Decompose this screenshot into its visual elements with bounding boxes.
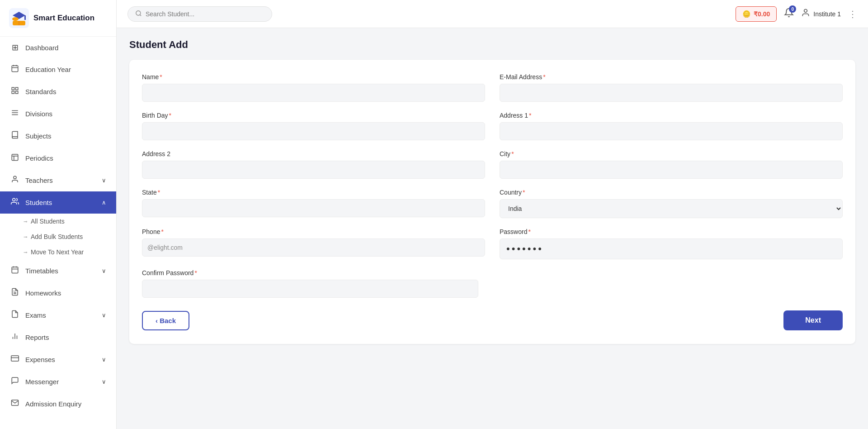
country-field-group: Country* India USA UK Australia Canada (500, 189, 843, 218)
confirm-password-input[interactable] (142, 280, 478, 298)
sidebar-item-homeworks[interactable]: Homeworks (0, 282, 116, 304)
address2-input[interactable] (142, 161, 485, 179)
name-label: Name* (142, 73, 485, 81)
content-area: Student Add Name* E-Mail Address* (117, 28, 868, 429)
sidebar-item-admission-enquiry[interactable]: Admission Enquiry (0, 393, 116, 415)
name-field-group: Name* (142, 73, 485, 102)
logo-area: Smart Education (0, 0, 116, 37)
svg-line-31 (140, 14, 141, 16)
svg-rect-14 (12, 154, 18, 161)
name-input[interactable] (142, 84, 485, 102)
messenger-icon (10, 377, 20, 387)
svg-point-18 (13, 198, 15, 201)
expenses-icon (10, 354, 20, 365)
search-box[interactable] (127, 6, 272, 22)
phone-label: Phone* (142, 228, 485, 235)
city-required: * (511, 150, 514, 157)
back-button[interactable]: ‹ Back (142, 311, 189, 330)
sidebar-item-timetables[interactable]: Timetables ∨ (0, 260, 116, 282)
password-required: * (528, 228, 530, 235)
city-label: City* (500, 150, 843, 157)
header: 🪙 ₹0.00 0 Institute 1 ⋮ (117, 0, 868, 28)
search-input[interactable] (146, 10, 254, 18)
wallet-button[interactable]: 🪙 ₹0.00 (736, 6, 777, 22)
address2-field-group: Address 2 (142, 150, 485, 179)
country-select[interactable]: India USA UK Australia Canada (500, 199, 843, 218)
phone-required: * (161, 228, 163, 235)
user-icon (801, 8, 810, 19)
admission-icon (10, 399, 20, 409)
dashboard-icon: ⊞ (10, 43, 20, 52)
sidebar-item-expenses[interactable]: Expenses ∨ (0, 348, 116, 371)
email-input[interactable] (500, 84, 843, 102)
confirm-password-required: * (194, 269, 197, 276)
state-field-group: State* (142, 189, 485, 218)
main-area: 🪙 ₹0.00 0 Institute 1 ⋮ Student Add (117, 0, 868, 429)
sidebar-item-exams[interactable]: Exams ∨ (0, 304, 116, 326)
notification-button[interactable]: 0 (784, 8, 794, 20)
sidebar-item-periodics-label: Periodics (25, 154, 53, 162)
phone-input-wrapper: @elight.com (142, 238, 485, 257)
svg-rect-13 (16, 91, 18, 94)
sidebar-item-expenses-label: Expenses (25, 356, 55, 363)
svg-point-3 (12, 17, 19, 21)
password-label: Password* (500, 228, 843, 235)
address1-input[interactable] (500, 122, 843, 140)
sidebar-item-teachers[interactable]: Teachers ∨ (0, 169, 116, 191)
sidebar-item-periodics[interactable]: Periodics (0, 147, 116, 169)
sidebar-item-students-label: Students (25, 199, 52, 206)
sidebar-subitem-add-bulk-students-label: Add Bulk Students (31, 233, 83, 240)
svg-point-32 (804, 10, 807, 13)
user-info[interactable]: Institute 1 (801, 8, 841, 19)
sidebar-item-subjects-label: Subjects (25, 132, 52, 140)
search-icon (135, 10, 142, 18)
wallet-icon: 🪙 (742, 10, 751, 18)
form-footer: ‹ Back Next (142, 310, 843, 330)
expenses-chevron-icon: ∨ (102, 356, 106, 363)
standards-icon (10, 86, 20, 97)
sidebar-item-messenger[interactable]: Messenger ∨ (0, 371, 116, 393)
sidebar-item-standards-label: Standards (25, 88, 56, 95)
sidebar-subitem-all-students[interactable]: ⊸ All Students (0, 214, 116, 229)
email-label: E-Mail Address* (500, 73, 843, 81)
sidebar-item-standards[interactable]: Standards (0, 81, 116, 103)
state-label: State* (142, 189, 485, 196)
sidebar-item-exams-label: Exams (25, 311, 46, 319)
next-label: Next (805, 316, 821, 324)
sidebar-item-reports[interactable]: Reports (0, 326, 116, 348)
sidebar-item-messenger-label: Messenger (25, 378, 59, 386)
sidebar-subitem-move-to-next-year-label: Move To Next Year (31, 248, 84, 256)
city-input[interactable] (500, 161, 843, 179)
sidebar-item-subjects[interactable]: Subjects (0, 125, 116, 147)
phone-input[interactable] (142, 238, 485, 257)
state-input[interactable] (142, 199, 485, 217)
logo-icon (9, 8, 29, 28)
confirm-password-field-group: Confirm Password* (142, 269, 478, 298)
name-required: * (160, 73, 162, 81)
sidebar-subitem-move-to-next-year[interactable]: ⊸ Move To Next Year (0, 244, 116, 260)
state-required: * (158, 189, 160, 196)
calendar-icon (10, 64, 20, 75)
teachers-chevron-icon: ∨ (102, 177, 106, 184)
phone-field-group: Phone* @elight.com (142, 228, 485, 259)
more-options-button[interactable]: ⋮ (848, 9, 857, 19)
svg-rect-19 (12, 267, 18, 273)
country-required: * (523, 189, 525, 196)
sidebar: Smart Education ⊞ Dashboard Education Ye… (0, 0, 117, 429)
homeworks-icon (10, 288, 20, 298)
birthday-input[interactable] (142, 122, 485, 140)
svg-rect-6 (12, 66, 18, 72)
svg-point-30 (136, 10, 141, 15)
email-required: * (543, 73, 545, 81)
sub-dot-icon3: ⊸ (24, 250, 27, 255)
sidebar-item-dashboard-label: Dashboard (25, 44, 58, 52)
sidebar-subitem-add-bulk-students[interactable]: ⊸ Add Bulk Students (0, 229, 116, 244)
sidebar-item-students[interactable]: Students ∧ (0, 191, 116, 214)
sidebar-item-teachers-label: Teachers (25, 176, 53, 184)
sidebar-item-education-year[interactable]: Education Year (0, 58, 116, 81)
next-button[interactable]: Next (783, 310, 843, 330)
sidebar-item-dashboard[interactable]: ⊞ Dashboard (0, 37, 116, 58)
password-field-group: Password* ••••••• (500, 228, 843, 259)
sidebar-item-divisions[interactable]: Divisions (0, 103, 116, 125)
notification-badge: 0 (789, 5, 796, 13)
